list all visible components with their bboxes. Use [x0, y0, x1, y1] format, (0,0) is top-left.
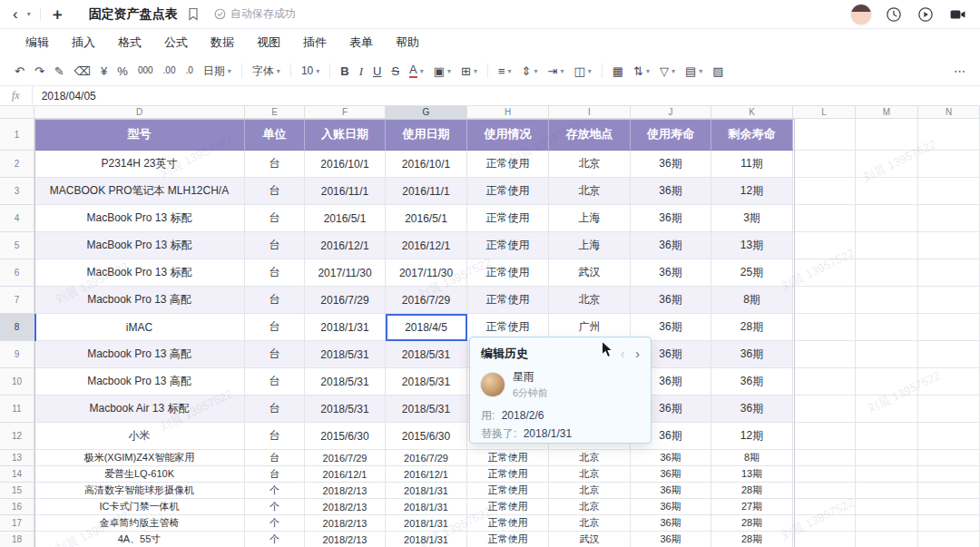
cell-D7[interactable]: Macbook Pro 13 高配 — [34, 287, 245, 314]
cell-M15[interactable] — [856, 483, 918, 499]
cell-N12[interactable] — [918, 423, 980, 450]
cell-G9[interactable]: 2018/5/31 — [386, 341, 467, 368]
cell-E15[interactable]: 个 — [245, 483, 305, 499]
cell-E4[interactable]: 台 — [245, 205, 305, 232]
cell-G8[interactable]: 2018/4/5 — [386, 314, 467, 341]
cell-K17[interactable]: 28期 — [711, 515, 793, 532]
column-header-K[interactable]: K — [711, 106, 793, 119]
column-header-N[interactable]: N — [918, 106, 980, 119]
cell-K10[interactable]: 36期 — [711, 368, 793, 396]
menu-item-1[interactable]: 编辑 — [23, 33, 52, 53]
cell-J1[interactable]: 使用寿命 — [631, 119, 711, 151]
cell-D16[interactable]: IC卡式门禁一体机 — [34, 499, 245, 515]
cell-D2[interactable]: P2314H 23英寸 — [34, 151, 245, 178]
cell-J15[interactable]: 36期 — [631, 483, 711, 499]
cell-E11[interactable]: 台 — [245, 396, 305, 423]
cell-D12[interactable]: 小米 — [34, 423, 245, 450]
cell-K7[interactable]: 8期 — [711, 287, 793, 314]
cell-M1[interactable] — [856, 119, 918, 151]
cell-E13[interactable]: 台 — [245, 450, 305, 466]
more-tools-button[interactable]: ⋯ — [950, 63, 969, 80]
cell-I13[interactable]: 北京 — [549, 450, 631, 466]
cell-F17[interactable]: 2018/2/13 — [305, 515, 386, 532]
decrease-decimal-button[interactable]: .00 — [160, 63, 180, 78]
cell-N8[interactable] — [918, 314, 980, 341]
cell-I2[interactable]: 北京 — [549, 151, 631, 178]
cell-L11[interactable] — [793, 396, 856, 423]
text-color-button[interactable]: A▾ — [406, 61, 427, 82]
cell-H15[interactable]: 正常使用 — [467, 483, 549, 499]
column-header-J[interactable]: J — [631, 106, 711, 119]
cell-K5[interactable]: 13期 — [711, 232, 793, 259]
cell-K2[interactable]: 11期 — [711, 151, 793, 178]
cell-E17[interactable]: 个 — [245, 515, 305, 532]
cell-L10[interactable] — [793, 368, 856, 396]
cell-F4[interactable]: 2016/5/1 — [305, 205, 386, 232]
cell-I6[interactable]: 武汉 — [549, 259, 631, 287]
cell-N4[interactable] — [918, 205, 980, 232]
cell-D18[interactable]: 4A、55寸 — [34, 532, 245, 547]
thousands-format-button[interactable]: 000 — [134, 63, 157, 78]
menu-item-2[interactable]: 插入 — [69, 33, 98, 53]
cell-M9[interactable] — [856, 341, 918, 368]
cell-L5[interactable] — [793, 232, 856, 259]
cell-D8[interactable]: iMAC — [34, 314, 245, 341]
sheet-corner[interactable] — [0, 106, 34, 119]
cell-D13[interactable]: 极米(XGIM)Z4X智能家用 — [34, 450, 245, 466]
cell-D11[interactable]: Macbook Air 13 标配 — [34, 396, 245, 423]
cell-M12[interactable] — [856, 423, 918, 450]
cell-K14[interactable]: 13期 — [711, 466, 793, 483]
cell-F13[interactable]: 2016/7/29 — [305, 450, 386, 466]
cell-E16[interactable]: 个 — [245, 499, 305, 515]
history-prev-icon[interactable]: ‹ — [621, 347, 625, 360]
redo-button[interactable]: ↷ — [31, 63, 48, 80]
cell-D10[interactable]: Macbook Pro 13 高配 — [34, 368, 245, 396]
row-header-15[interactable]: 15 — [0, 483, 34, 499]
cell-F16[interactable]: 2018/2/13 — [305, 499, 386, 515]
column-header-G[interactable]: G — [386, 106, 467, 119]
cell-M3[interactable] — [856, 178, 918, 205]
cell-M11[interactable] — [856, 396, 918, 423]
borders-button[interactable]: ⊞▾ — [457, 63, 481, 80]
cell-N9[interactable] — [918, 341, 980, 368]
cell-L18[interactable] — [793, 532, 856, 547]
row-header-5[interactable]: 5 — [0, 232, 34, 259]
cell-N11[interactable] — [918, 396, 980, 423]
cell-N15[interactable] — [918, 483, 980, 499]
cell-D17[interactable]: 金卓简约版主管椅 — [34, 515, 245, 532]
cell-H6[interactable]: 正常使用 — [467, 259, 549, 287]
row-header-6[interactable]: 6 — [0, 259, 34, 287]
cell-H7[interactable]: 正常使用 — [467, 287, 549, 314]
cell-I14[interactable]: 北京 — [549, 466, 631, 483]
row-header-16[interactable]: 16 — [0, 499, 34, 515]
cell-D9[interactable]: Macbook Pro 13 高配 — [34, 341, 245, 368]
currency-format-button[interactable]: ¥ — [97, 63, 111, 80]
font-size-button[interactable]: 10▾ — [298, 62, 323, 80]
underline-button[interactable]: U — [369, 63, 385, 80]
cell-F10[interactable]: 2018/5/31 — [305, 368, 386, 396]
history-icon[interactable] — [885, 5, 903, 24]
cell-L3[interactable] — [793, 178, 856, 205]
cell-N2[interactable] — [918, 151, 980, 178]
cell-M10[interactable] — [856, 368, 918, 396]
cell-D4[interactable]: MacBook Pro 13 标配 — [34, 205, 245, 232]
menu-item-8[interactable]: 表单 — [347, 33, 376, 53]
cell-F6[interactable]: 2017/11/30 — [305, 259, 386, 287]
nav-dropdown-icon[interactable]: ▾ — [27, 10, 31, 18]
cell-K3[interactable]: 12期 — [711, 178, 793, 205]
cell-M2[interactable] — [856, 151, 918, 178]
increase-decimal-button[interactable]: .0 — [182, 63, 197, 78]
cell-E10[interactable]: 台 — [245, 368, 305, 396]
cell-N17[interactable] — [918, 515, 980, 532]
row-header-8[interactable]: 8 — [0, 314, 34, 341]
cell-H14[interactable]: 正常使用 — [467, 466, 549, 483]
cell-I16[interactable]: 北京 — [549, 499, 631, 515]
row-header-11[interactable]: 11 — [0, 396, 34, 423]
cell-M13[interactable] — [856, 450, 918, 466]
cell-J2[interactable]: 36期 — [631, 151, 711, 178]
cell-I7[interactable]: 北京 — [549, 287, 631, 314]
cell-M4[interactable] — [856, 205, 918, 232]
menu-item-7[interactable]: 插件 — [300, 33, 329, 53]
cell-H3[interactable]: 正常使用 — [467, 178, 549, 205]
cell-K16[interactable]: 27期 — [711, 499, 793, 515]
